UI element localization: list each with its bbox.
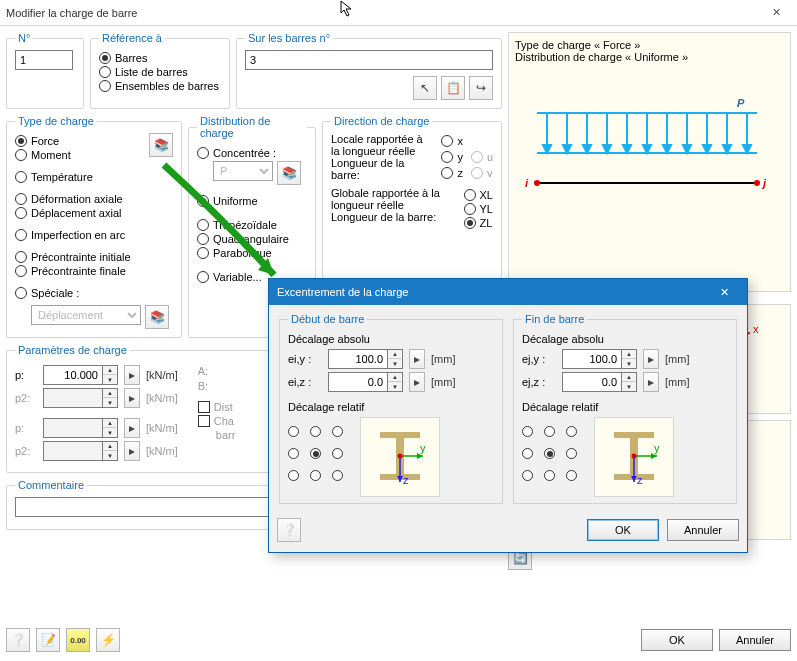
loadtype-special[interactable]: Spéciale : (15, 287, 131, 299)
preview-line2: Distribution de charge « Uniforme » (515, 51, 784, 63)
eiy-label: ei,y : (288, 353, 322, 365)
svg-marker-14 (663, 145, 671, 153)
dir-xl[interactable]: XL (464, 189, 493, 201)
p4-arrow-icon: ▸ (124, 441, 140, 461)
svg-text:x: x (753, 323, 759, 335)
loadtype-imperfection[interactable]: Imperfection en arc (15, 229, 131, 241)
modal-cancel-button[interactable]: Annuler (667, 519, 739, 541)
p3-label: p: (15, 422, 37, 434)
apply-icon[interactable]: ↪ (469, 76, 493, 100)
bars-input[interactable] (245, 50, 493, 70)
rel-grid-end[interactable] (522, 426, 584, 488)
eiz-spinner[interactable]: ▲▼ (388, 372, 403, 392)
eiz-label: ei,z : (288, 376, 322, 388)
b-label: B: (198, 380, 220, 392)
p-arrow-icon[interactable]: ▸ (124, 365, 140, 385)
ref-opt-barres[interactable]: Barres (99, 52, 221, 64)
svg-marker-8 (603, 145, 611, 153)
ejy-input[interactable] (562, 349, 622, 369)
eiz-input[interactable] (328, 372, 388, 392)
bb-lightning-icon[interactable]: ⚡ (96, 628, 120, 652)
p-spinner[interactable]: ▲▼ (103, 365, 118, 385)
p2-unit: [kN/m] (146, 392, 178, 404)
eiz-arrow-icon[interactable]: ▸ (409, 372, 425, 392)
svg-marker-20 (723, 145, 731, 153)
group-comment-legend: Commentaire (15, 479, 87, 491)
loadtype-precontrainte-fin[interactable]: Précontrainte finale (15, 265, 131, 277)
concentrated-library-icon[interactable]: 📚 (277, 161, 301, 185)
loadtype-deform[interactable]: Déformation axiale (15, 193, 131, 205)
modal-title: Excentrement de la charge (277, 286, 709, 298)
loadtype-force[interactable]: Force (15, 135, 131, 147)
dir-x[interactable]: x (441, 135, 493, 147)
group-loadtype: Type de charge Force Moment Température … (6, 115, 182, 338)
dir-u: u (471, 151, 493, 163)
ejz-arrow-icon[interactable]: ▸ (643, 372, 659, 392)
svg-marker-2 (543, 145, 551, 153)
group-reference-legend: Référence à (99, 32, 165, 44)
loadtype-moment[interactable]: Moment (15, 149, 131, 161)
p-unit: [kN/m] (146, 369, 178, 381)
pick-icon[interactable]: ↖ (413, 76, 437, 100)
modal-close-icon[interactable]: ✕ (709, 286, 739, 299)
dist-uniform[interactable]: Uniforme (197, 195, 307, 207)
dir-local-sub: Longueur de la barre: (331, 157, 433, 181)
group-number-legend: N° (15, 32, 33, 44)
p-input[interactable] (43, 365, 103, 385)
p3-arrow-icon: ▸ (124, 418, 140, 438)
ejy-arrow-icon[interactable]: ▸ (643, 349, 659, 369)
svg-point-66 (632, 454, 637, 459)
dist-concentrated[interactable]: Concentrée : (197, 147, 307, 159)
eiy-spinner[interactable]: ▲▼ (388, 349, 403, 369)
dir-z[interactable]: z (441, 167, 463, 179)
dist-quadrang[interactable]: Quadrangulaire (197, 233, 307, 245)
cha-sub: barr (216, 429, 236, 441)
dist-parabolic[interactable]: Parabolique (197, 247, 307, 259)
modal-ok-button[interactable]: OK (587, 519, 659, 541)
ref-opt-ensembles[interactable]: Ensembles de barres (99, 80, 221, 92)
bb-units-icon[interactable]: 0.00 (66, 628, 90, 652)
dir-yl[interactable]: YL (464, 203, 493, 215)
ejz-input[interactable] (562, 372, 622, 392)
loadtype-precontrainte-init[interactable]: Précontrainte initiale (15, 251, 131, 263)
modal-help-icon[interactable]: ❔ (277, 518, 301, 542)
svg-rect-57 (614, 432, 654, 438)
footer-cancel-button[interactable]: Annuler (719, 629, 791, 651)
dir-v: v (471, 167, 493, 179)
dist-trapez[interactable]: Trapézoïdale (197, 219, 307, 231)
rel-grid-start[interactable] (288, 426, 350, 488)
p-label: p: (15, 369, 37, 381)
eiy-input[interactable] (328, 349, 388, 369)
abs-legend-end: Décalage absolu (522, 333, 728, 345)
group-end: Fin de barre Décalage absolu ej,y : ▲▼ ▸… (513, 313, 737, 504)
special-library-icon[interactable]: 📚 (145, 305, 169, 329)
svg-text:y: y (420, 442, 426, 454)
bb-help-icon[interactable]: ❔ (6, 628, 30, 652)
section-preview-end: y z (594, 417, 674, 497)
svg-marker-4 (563, 145, 571, 153)
dir-zl[interactable]: ZL (464, 217, 493, 229)
list-icon[interactable]: 📋 (441, 76, 465, 100)
loadtype-deplacement[interactable]: Déplacement axial (15, 207, 131, 219)
bb-edit-icon[interactable]: 📝 (36, 628, 60, 652)
section-preview-start: y z (360, 417, 440, 497)
group-start: Début de barre Décalage absolu ei,y : ▲▼… (279, 313, 503, 504)
svg-point-56 (398, 454, 403, 459)
eiy-arrow-icon[interactable]: ▸ (409, 349, 425, 369)
footer-ok-button[interactable]: OK (641, 629, 713, 651)
loadtype-library-icon[interactable]: 📚 (149, 133, 173, 157)
dir-y[interactable]: y (441, 151, 463, 163)
ejy-spinner[interactable]: ▲▼ (622, 349, 637, 369)
ejz-spinner[interactable]: ▲▼ (622, 372, 637, 392)
group-bars: Sur les barres n° ↖ 📋 ↪ (236, 32, 502, 109)
svg-marker-22 (743, 145, 751, 153)
loadtype-temperature[interactable]: Température (15, 171, 131, 183)
number-input[interactable] (15, 50, 73, 70)
svg-rect-47 (380, 432, 420, 438)
special-combo: Déplacement (31, 305, 141, 325)
ref-opt-liste[interactable]: Liste de barres (99, 66, 221, 78)
p2-arrow-icon: ▸ (124, 388, 140, 408)
svg-text:z: z (403, 474, 409, 486)
svg-marker-6 (583, 145, 591, 153)
close-icon[interactable]: ✕ (761, 3, 791, 23)
